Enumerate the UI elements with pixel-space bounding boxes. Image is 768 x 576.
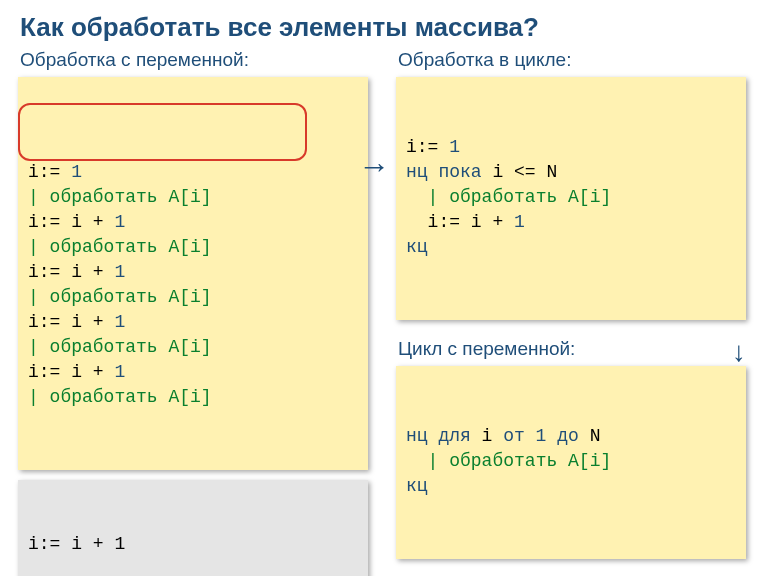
left-codebox: i:= 1 | обработать A[i] i:= i + 1 | обра… (18, 77, 368, 470)
slide-title: Как обработать все элементы массива? (20, 12, 750, 43)
right-top-codebox: i:= 1 нц пока i <= N | обработать A[i] i… (396, 77, 746, 320)
right-bottom-code: нц для i от 1 до N | обработать A[i] кц (406, 424, 736, 499)
left-graybox: i:= i + 1 (18, 480, 368, 576)
arrow-right-icon: → (358, 148, 390, 185)
highlight-rectangle (18, 103, 307, 161)
left-heading: Обработка с переменной: (20, 49, 368, 71)
arrow-down-icon: ↓ (732, 336, 746, 368)
right-column: Обработка в цикле: i:= 1 нц пока i <= N … (396, 49, 746, 559)
right-bottom-codebox: нц для i от 1 до N | обработать A[i] кц (396, 366, 746, 559)
left-code: i:= 1 | обработать A[i] i:= i + 1 | обра… (28, 160, 358, 410)
left-column: Обработка с переменной: i:= 1 | обработа… (18, 49, 368, 576)
right-top-heading: Обработка в цикле: (398, 49, 746, 71)
columns: Обработка с переменной: i:= 1 | обработа… (18, 49, 750, 576)
right-bottom-block: ↓ Цикл с переменной: нц для i от 1 до N … (396, 338, 746, 559)
left-graycode: i:= i + 1 (28, 532, 358, 556)
right-bottom-heading: Цикл с переменной: (398, 338, 746, 360)
right-top-code: i:= 1 нц пока i <= N | обработать A[i] i… (406, 135, 736, 260)
